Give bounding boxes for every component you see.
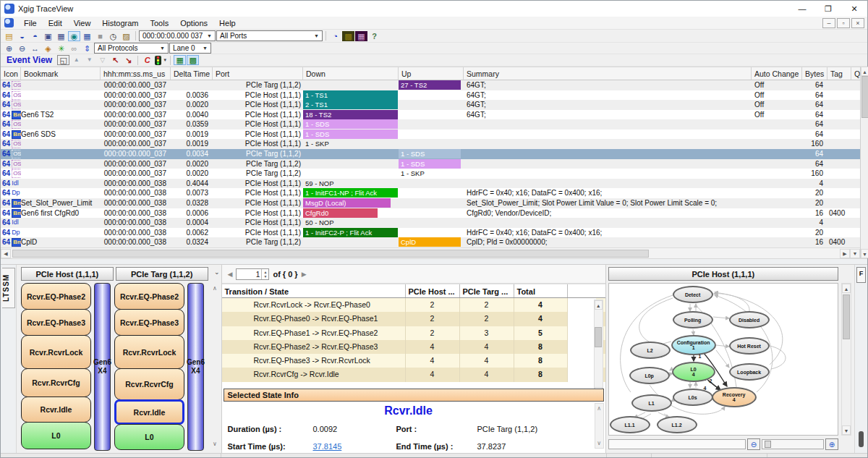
scrollbar-thumb[interactable] [861, 76, 868, 118]
ltssm-state[interactable]: Rcvr.RcvrCfg [114, 368, 184, 400]
ltssm-state[interactable]: Rcvr.EQ-Phase2 [21, 283, 91, 310]
info-clock-icon[interactable]: ◔ [329, 31, 341, 41]
transition-scrollbar[interactable]: ▲ ▼ [594, 300, 603, 397]
menu-item[interactable]: Histogram [96, 17, 144, 29]
pager-prev-icon[interactable]: ◀ [228, 271, 233, 278]
scroll-up-icon[interactable]: ▲ [842, 284, 851, 293]
tag-icon[interactable]: ◈ [42, 43, 54, 54]
transition-row[interactable]: Rcvr.EQ-Phase0 -> Rcvr.EQ-Phase1 2 2 4 [222, 312, 605, 326]
chevron-down-icon[interactable]: ▼ [163, 58, 167, 62]
table-row[interactable]: 64OS 000:00:00.000_037 0.0020 PCIe Host … [1, 100, 860, 110]
zoom-slider-handle[interactable] [765, 441, 771, 448]
fit-width-icon[interactable]: ↔ [29, 43, 41, 54]
ltssm-state[interactable]: Rcvr.Idle [114, 399, 184, 425]
scroll-down-icon[interactable]: ▼ [842, 425, 851, 435]
column-header[interactable]: Bookmark [21, 67, 101, 80]
scroll-down-icon[interactable]: ∨ [597, 440, 601, 446]
next-event-icon[interactable]: ▼ [83, 55, 95, 65]
drag-handle[interactable] [859, 431, 864, 447]
table-row[interactable]: 64OS 000:00:00.000_037 0.0020 PCIe Targ … [1, 159, 860, 169]
jump-prev-icon[interactable]: ↖ [109, 55, 122, 65]
protocols-dropdown[interactable]: All Protocols ▼ [94, 43, 169, 54]
error-report-icon[interactable]: ▦ [355, 31, 367, 41]
time-selector[interactable]: 000:00:00.000 037 ▼ [139, 30, 216, 41]
save-all-icon[interactable]: ▦ [55, 31, 67, 41]
horizontal-scrollbar[interactable]: ◀ ▶ ▼ [1, 247, 860, 258]
scrollbar-thumb[interactable] [595, 327, 602, 347]
scroll-up-icon[interactable]: ∧ [213, 285, 217, 292]
ltssm-state[interactable]: L0 [114, 424, 184, 450]
state-node[interactable]: L0 4 [672, 362, 715, 382]
stop-icon[interactable]: ■ [94, 31, 106, 41]
state-node[interactable]: Hot Reset [729, 337, 770, 355]
state-node[interactable]: L2 [630, 342, 671, 359]
scroll-left-icon[interactable]: ◀ [1, 249, 11, 258]
lane-dropdown[interactable]: Lane 0 ▼ [169, 43, 211, 54]
prev-event-icon[interactable]: ▲ [70, 55, 82, 65]
state-node[interactable]: Polling [673, 311, 713, 328]
column-header[interactable]: Total [514, 284, 568, 297]
column-header[interactable]: Auto Change [752, 67, 802, 80]
column-header[interactable]: Down [303, 67, 399, 80]
state-node[interactable]: Detect [673, 286, 713, 303]
scroll-up-icon[interactable]: ▲ [595, 300, 603, 310]
zoom-out-icon[interactable]: ⊖ [16, 43, 28, 54]
state-node[interactable]: Configuration 1 [671, 335, 716, 355]
scroll-right-icon[interactable]: ▶ [840, 249, 850, 258]
state-node[interactable]: L1.2 [657, 416, 697, 433]
transition-row[interactable]: Rcvr.RcvrCfg -> Rcvr.Idle 4 4 8 [222, 368, 605, 381]
scroll-down-icon[interactable]: ▼ [861, 249, 868, 258]
export-capture-icon[interactable]: ◓ [29, 31, 41, 41]
child-minimize-button[interactable]: – [822, 18, 835, 28]
scroll-down-icon[interactable]: ▼ [850, 249, 860, 258]
table-row[interactable]: 64Bm Gen6 TS2 000:00:00.000_037 0.0040 P… [1, 110, 860, 120]
diagram-title[interactable]: PCIe Host (1,1,1) [608, 267, 838, 281]
help-icon[interactable]: ? [368, 31, 380, 41]
save-icon[interactable]: ▣ [42, 31, 54, 41]
transition-row[interactable]: Rcvr.EQ-Phase3 -> Rcvr.RcvrLock 4 4 8 [222, 354, 605, 368]
column-header[interactable]: Delta Time [171, 67, 213, 80]
column-header[interactable]: PCIe Targ ... [460, 284, 514, 297]
column-header[interactable]: PCIe Host ... [406, 284, 460, 297]
state-node[interactable]: Loopback [729, 363, 770, 381]
detail-view-icon[interactable]: ▩ [187, 55, 199, 65]
table-row[interactable]: 64OS 000:00:00.000_037 0.0036 PCIe Host … [1, 90, 860, 101]
marker-icon[interactable]: ✳ [55, 43, 67, 54]
timer-icon[interactable]: ◷ [107, 31, 119, 41]
table-row[interactable]: 64Idl 000:00:00.000_038 0.0004 PCIe Host… [1, 218, 860, 228]
state-node[interactable]: Disabled [729, 311, 770, 328]
import-capture-icon[interactable]: ◒ [16, 31, 28, 41]
table-row[interactable]: 64OS 000:00:00.000_037 0.0034 PCIe Targ … [1, 149, 860, 159]
chevron-down-icon[interactable]: ⌄ [214, 268, 220, 276]
page-spinner[interactable]: 1 ▲▼ [236, 268, 269, 280]
info-scrollbar[interactable]: ∧ ∨ [595, 403, 604, 449]
state-node[interactable]: Recovery 4 [712, 387, 757, 407]
menu-item[interactable]: Options [174, 17, 213, 29]
table-row[interactable]: 64OS 000:00:00.000_037 PCIe Targ (1,1,2)… [1, 80, 860, 90]
state-node[interactable]: L1 [631, 394, 672, 412]
panel-splitter[interactable] [1, 258, 867, 265]
table-row[interactable]: 64Idl 000:00:00.000_038 0.4044 PCIe Host… [1, 179, 860, 189]
ltssm-state[interactable]: L0 [21, 422, 91, 449]
column-header[interactable]: Up [399, 67, 464, 80]
table-row[interactable]: 64Dp 000:00:00.000_038 0.0062 PCIe Host … [1, 228, 860, 238]
table-row[interactable]: 64OS 000:00:00.000_037 0.0019 PCIe Host … [1, 139, 860, 149]
report-icon[interactable]: ▨ [120, 31, 132, 41]
ltssm-state[interactable]: Rcvr.EQ-Phase3 [21, 309, 91, 336]
transition-row[interactable]: Rcvr.EQ-Phase2 -> Rcvr.EQ-Phase3 4 4 8 [222, 340, 605, 354]
ltssm-state[interactable]: Rcvr.EQ-Phase2 [114, 283, 184, 310]
menu-item[interactable]: Help [213, 17, 242, 29]
zoom-in-icon[interactable]: ⊕ [3, 43, 15, 54]
zoom-out-icon[interactable]: ⊖ [747, 438, 760, 450]
table-row[interactable]: 64Bm Gen6 SDS 000:00:00.000_037 0.0019 P… [1, 130, 860, 140]
column-header[interactable]: Summary [464, 67, 752, 80]
ltssm-state[interactable]: Rcvr.Idle [21, 396, 91, 423]
scroll-down-icon[interactable]: ∨ [213, 441, 217, 447]
column-header[interactable]: Tag [827, 67, 851, 80]
column-header[interactable]: hhh:mm:ss.ms_us [101, 67, 171, 80]
performance-icon[interactable]: ▩ [342, 31, 354, 41]
table-row[interactable]: 64Dp 000:00:00.000_038 0.0073 PCIe Host … [1, 188, 860, 198]
child-restore-button[interactable]: ▫ [837, 18, 850, 28]
zoom-slider[interactable] [762, 439, 824, 449]
sync-scroll-icon[interactable]: ⇕ [81, 43, 93, 54]
